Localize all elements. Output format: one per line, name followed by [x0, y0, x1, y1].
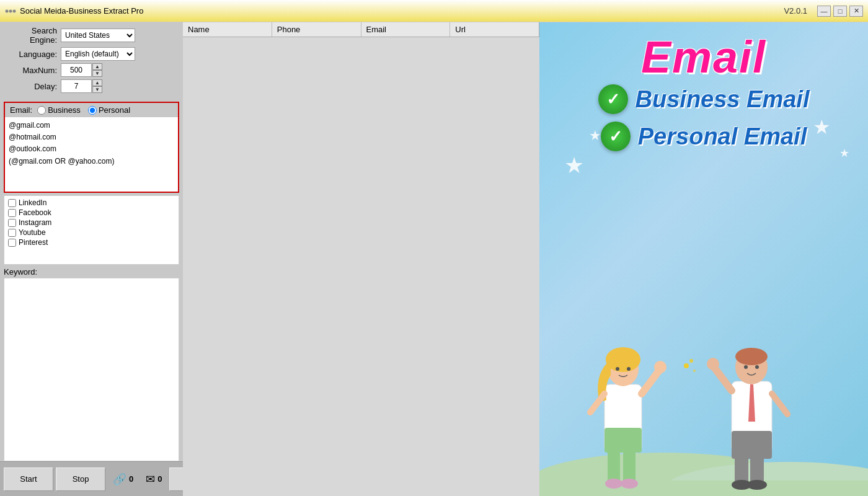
maxnum-input[interactable]: 500 — [61, 63, 92, 77]
pinterest-checkbox-item[interactable]: Pinterest — [8, 238, 175, 247]
facebook-checkbox-item[interactable]: Facebook — [8, 208, 175, 217]
svg-point-2 — [13, 9, 16, 12]
personal-radio-label: Personal — [99, 105, 130, 115]
col-email: Email — [361, 22, 451, 37]
svg-point-34 — [689, 359, 693, 363]
svg-point-9 — [606, 347, 640, 372]
characters-illustration — [539, 260, 868, 496]
maxnum-label: MaxNum: — [5, 66, 61, 75]
maxnum-spinner-buttons: ▲ ▼ — [92, 63, 102, 77]
link-stat: 🔗 0 — [108, 472, 138, 486]
email-header-label: Email: — [10, 105, 32, 115]
star-decoration-2: ★ — [589, 128, 601, 144]
link-icon: 🔗 — [113, 472, 126, 486]
promo-email-title: Email — [641, 35, 766, 79]
svg-line-25 — [713, 366, 732, 391]
star-decoration-4: ★ — [839, 146, 849, 160]
data-table-area: Name Phone Email Url — [183, 22, 539, 496]
delay-input[interactable]: 7 — [61, 79, 92, 93]
delay-up-button[interactable]: ▲ — [92, 79, 102, 86]
email-list-item: @outlook.com — [9, 143, 174, 155]
email-list-item: @gmail.com — [9, 120, 174, 131]
svg-rect-14 — [608, 450, 620, 484]
keyword-textarea[interactable] — [4, 278, 179, 461]
minimize-button[interactable]: — — [817, 6, 831, 17]
star-decoration-3: ★ — [813, 115, 831, 139]
svg-point-0 — [6, 9, 9, 12]
checkboxes-inner[interactable]: LinkedIn Facebook Instagram Youtube Pint… — [4, 196, 179, 264]
col-phone: Phone — [272, 22, 361, 37]
promo-business-row: Business Email — [598, 84, 810, 114]
svg-rect-15 — [623, 450, 636, 484]
delay-spinner: 7 ▲ ▼ — [61, 79, 102, 93]
promo-personal-text: Personal Email — [638, 125, 807, 148]
delay-row: Delay: 7 ▲ ▼ — [5, 79, 178, 93]
svg-line-26 — [772, 394, 787, 414]
promo-business-text: Business Email — [636, 87, 810, 111]
pinterest-checkbox[interactable] — [8, 239, 16, 247]
delay-spinner-buttons: ▲ ▼ — [92, 79, 102, 93]
instagram-checkbox[interactable] — [8, 219, 16, 227]
linkedin-label: LinkedIn — [19, 198, 46, 207]
email-section: Email: Business Personal @gmail.com @hot… — [4, 102, 179, 193]
svg-point-17 — [621, 479, 638, 489]
start-button[interactable]: Start — [4, 467, 53, 491]
link-count: 0 — [129, 474, 133, 484]
language-select[interactable]: English (default) Spanish French — [61, 47, 135, 61]
linkedin-checkbox-item[interactable]: LinkedIn — [8, 198, 175, 207]
email-stat: ✉ 0 — [141, 472, 167, 486]
svg-point-11 — [627, 367, 631, 371]
personal-radio[interactable] — [88, 106, 97, 115]
svg-point-22 — [735, 348, 768, 365]
maxnum-down-button[interactable]: ▼ — [92, 70, 102, 77]
svg-point-24 — [755, 365, 759, 369]
maxnum-spinner: 500 ▲ ▼ — [61, 63, 102, 77]
svg-line-13 — [590, 394, 604, 412]
youtube-checkbox[interactable] — [8, 229, 16, 237]
stop-button[interactable]: Stop — [56, 467, 105, 491]
email-type-radio-group: Business Personal — [37, 105, 130, 115]
star-decoration-1: ★ — [564, 153, 584, 179]
close-button[interactable]: ✕ — [849, 6, 863, 17]
delay-label: Delay: — [5, 82, 61, 91]
app-icon — [5, 6, 16, 17]
facebook-checkbox[interactable] — [8, 209, 16, 217]
personal-radio-item[interactable]: Personal — [88, 105, 130, 115]
keyword-section: Keyword: — [4, 267, 179, 461]
personal-check-circle — [601, 122, 631, 151]
email-header: Email: Business Personal — [5, 103, 178, 117]
table-header: Name Phone Email Url — [183, 22, 539, 37]
window-controls: — □ ✕ — [817, 6, 863, 17]
left-panel: Search Engine: United States United King… — [0, 22, 183, 496]
instagram-checkbox-item[interactable]: Instagram — [8, 218, 175, 227]
svg-point-23 — [744, 365, 748, 369]
search-engine-select[interactable]: United States United Kingdom Canada — [61, 29, 135, 42]
table-body — [183, 37, 539, 496]
svg-point-10 — [616, 367, 619, 371]
app-version: V2.0.1 — [784, 6, 807, 16]
maxnum-up-button[interactable]: ▲ — [92, 63, 102, 70]
social-platforms-list: LinkedIn Facebook Instagram Youtube Pint… — [4, 195, 179, 265]
business-radio[interactable] — [37, 106, 46, 115]
delay-down-button[interactable]: ▼ — [92, 86, 102, 93]
linkedin-checkbox[interactable] — [8, 199, 16, 207]
language-label: Language: — [5, 50, 61, 59]
youtube-checkbox-item[interactable]: Youtube — [8, 228, 175, 237]
svg-rect-7 — [604, 428, 642, 453]
right-promo-panel: ★ ★ ★ ★ Email Business Email Personal Em… — [539, 22, 868, 496]
col-url: Url — [450, 22, 539, 37]
business-check-circle — [598, 84, 628, 114]
svg-point-33 — [684, 363, 689, 368]
search-engine-row: Search Engine: United States United King… — [5, 26, 178, 45]
maxnum-row: MaxNum: 500 ▲ ▼ — [5, 63, 178, 77]
maximize-button[interactable]: □ — [833, 6, 847, 17]
search-engine-control: United States United Kingdom Canada — [61, 29, 135, 42]
svg-rect-5 — [539, 480, 868, 496]
email-list: @gmail.com @hotmail.com @outlook.com (@g… — [5, 117, 178, 192]
email-list-item: (@gmail.com OR @yahoo.com) — [9, 156, 174, 167]
svg-point-18 — [654, 361, 666, 373]
svg-point-1 — [9, 9, 12, 12]
business-radio-item[interactable]: Business — [37, 105, 81, 115]
bottom-toolbar: Start Stop 🔗 0 ✉ 0 Clear Export — [0, 461, 183, 496]
svg-point-32 — [707, 358, 719, 370]
